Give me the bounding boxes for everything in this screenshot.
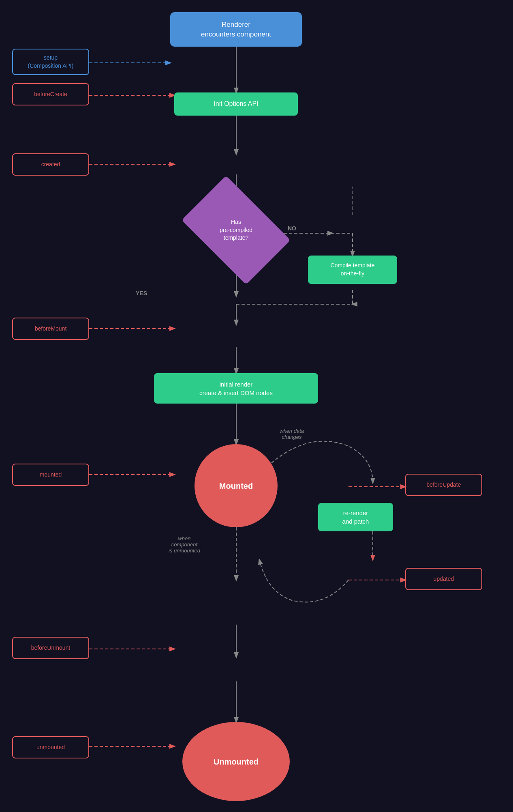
before-update-node: beforeUpdate (405, 474, 482, 496)
init-options-node: Init Options API (174, 92, 298, 116)
before-mount-node: beforeMount (12, 318, 89, 340)
rerender-node: re-renderand patch (318, 503, 393, 531)
created-node: created (12, 153, 89, 176)
when-data-changes-label: when datachanges (267, 428, 316, 440)
unmounted-hook-node: unmounted (12, 736, 89, 758)
before-create-node: beforeCreate (12, 83, 89, 105)
when-component-unmounted-label: whencomponentis unmounted (154, 535, 215, 554)
initial-render-node: initial rendercreate & insert DOM nodes (154, 373, 318, 404)
mounted-hook-node: mounted (12, 464, 89, 486)
no-label: NO (288, 225, 296, 232)
before-unmount-node: beforeUnmount (12, 637, 89, 659)
updated-node: updated (405, 568, 482, 590)
arrows-overlay (0, 0, 513, 812)
renderer-node: Rendererencounters component (170, 12, 302, 47)
mounted-circle: Mounted (195, 444, 278, 527)
has-template-diamond: Haspre-compiledtemplate? (182, 176, 291, 285)
lifecycle-diagram: Rendererencounters component setup(Compo… (0, 0, 513, 812)
compile-template-node: Compile templateon-the-fly (308, 256, 397, 284)
unmounted-circle: Unmounted (182, 722, 290, 801)
yes-label: YES (136, 290, 147, 296)
setup-node: setup(Composition API) (12, 49, 89, 75)
